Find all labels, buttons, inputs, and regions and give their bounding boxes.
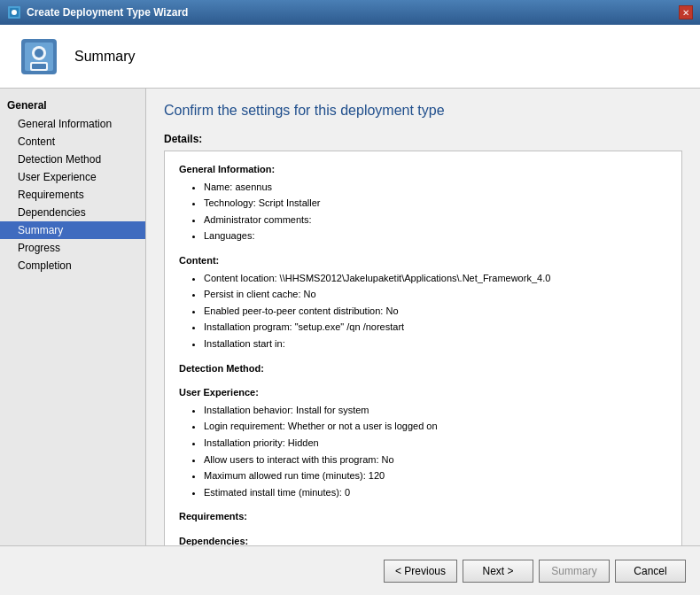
title-bar-left: Create Deployment Type Wizard [7,5,188,19]
wizard-title-icon [7,5,21,19]
title-bar: Create Deployment Type Wizard ✕ [0,0,700,25]
list-item: Administrator comments: [204,212,667,228]
sidebar-item-general-information[interactable]: General Information [0,115,145,133]
list-item: Languages: [204,228,667,244]
sidebar-item-progress[interactable]: Progress [0,239,145,257]
svg-point-2 [12,10,17,15]
sidebar-item-requirements[interactable]: Requirements [0,186,145,204]
wizard-header-icon [18,35,60,78]
close-button[interactable]: ✕ [679,5,693,19]
details-label: Details: [164,133,682,145]
list-item: Installation start in: [204,336,667,352]
wizard-header-title: Summary [74,49,135,65]
cancel-button[interactable]: Cancel [615,560,686,583]
sidebar: General General Information Content Dete… [0,89,146,545]
list-item: Installation program: "setup.exe" /qn /n… [204,320,667,336]
section-title-requirements: Requirements: [179,509,667,525]
list-item: Name: asennus [204,180,667,196]
list-item: Content location: \\HHSMS2012\Jakelupake… [204,271,667,287]
sidebar-item-detection-method[interactable]: Detection Method [0,151,145,168]
sidebar-item-dependencies[interactable]: Dependencies [0,204,145,221]
previous-button[interactable]: < Previous [384,560,457,583]
list-item: Installation priority: Hidden [204,436,667,452]
content-title: Confirm the settings for this deployment… [164,103,682,119]
svg-point-7 [35,49,43,58]
svg-rect-8 [32,64,46,69]
section-title-detection-method: Detection Method: [179,361,667,377]
wizard-header: Summary [0,25,700,89]
user-experience-list: Installation behavior: Install for syste… [179,403,667,501]
title-bar-text: Create Deployment Type Wizard [27,6,188,19]
list-item: Technology: Script Installer [204,196,667,212]
list-item: Estimated install time (minutes): 0 [204,485,667,501]
details-box: General Information: Name: asennus Techn… [164,151,682,545]
next-button[interactable]: Next > [463,560,533,583]
section-title-general-info: General Information: [179,162,667,178]
list-item: Allow users to interact with this progra… [204,452,667,468]
section-title-content: Content: [179,253,667,269]
sidebar-group-general: General [0,96,145,115]
list-item: Enabled peer-to-peer content distributio… [204,304,667,320]
general-info-list: Name: asennus Technology: Script Install… [179,180,667,244]
list-item: Persist in client cache: No [204,287,667,303]
wizard-footer: < Previous Next > Summary Cancel [0,545,700,595]
wizard-body: General General Information Content Dete… [0,89,700,545]
sidebar-item-summary[interactable]: Summary [0,221,145,239]
sidebar-item-content[interactable]: Content [0,133,145,151]
section-title-dependencies: Dependencies: [179,534,667,545]
summary-button: Summary [539,560,610,583]
content-list: Content location: \\HHSMS2012\Jakelupake… [179,271,667,352]
sidebar-item-completion[interactable]: Completion [0,257,145,274]
list-item: Maximum allowed run time (minutes): 120 [204,468,667,484]
list-item: Installation behavior: Install for syste… [204,403,667,419]
list-item: Login requirement: Whether or not a user… [204,419,667,435]
section-title-user-experience: User Experience: [179,385,667,401]
content-area: Confirm the settings for this deployment… [146,89,700,545]
sidebar-item-user-experience[interactable]: User Experience [0,168,145,186]
